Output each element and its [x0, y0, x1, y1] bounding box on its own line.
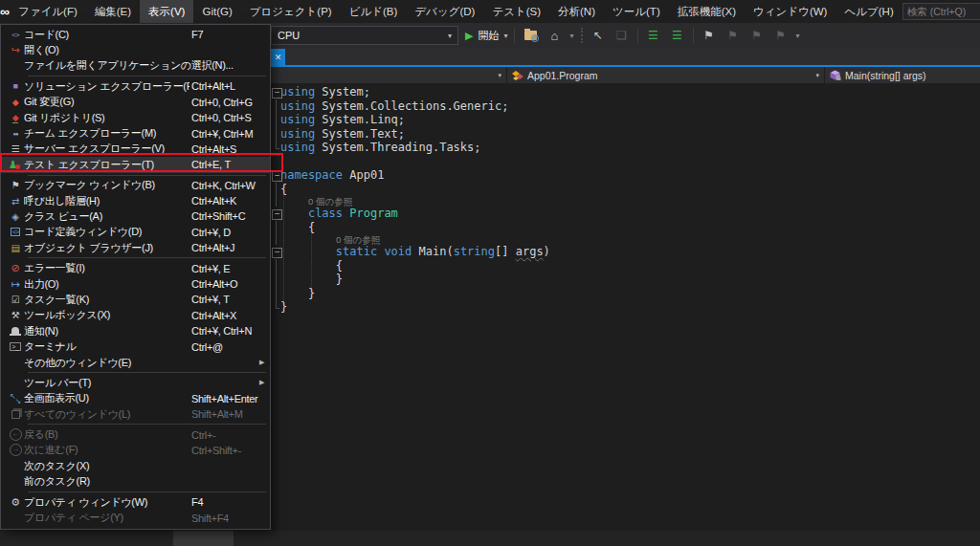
code-line[interactable]: { — [271, 221, 980, 235]
menubar-item[interactable]: 分析(N) — [549, 0, 604, 23]
menu-item[interactable]: 全画面表示(U)Shift+Alt+Enter — [1, 391, 270, 406]
code-line[interactable]: } — [271, 300, 980, 315]
scrollbar-thumb[interactable] — [173, 531, 234, 546]
start-debugging-button[interactable]: ▶ 開始 ▾ — [465, 29, 507, 43]
menubar-item[interactable]: ヘルプ(H) — [835, 0, 902, 23]
menu-item[interactable]: 通知(N)Ctrl+¥, Ctrl+N — [1, 323, 270, 339]
menubar-item[interactable]: ビルド(B) — [341, 0, 407, 23]
code-editor[interactable]: using System;using System.Collections.Ge… — [271, 83, 980, 531]
menu-item[interactable]: ブックマーク ウィンドウ(B)Ctrl+K, Ctrl+W — [1, 178, 270, 193]
bookmark-window-icon — [7, 178, 24, 193]
project-dropdown[interactable]: ▾ — [271, 67, 507, 83]
menu-item[interactable]: 次のタスク(X) — [1, 458, 270, 473]
output-icon — [7, 276, 24, 292]
menubar-item[interactable]: 表示(V) — [140, 0, 193, 23]
menu-item[interactable]: Git 変更(G)Ctrl+0, Ctrl+G — [1, 95, 270, 110]
all-windows-icon — [7, 406, 24, 422]
menu-item-shortcut: Ctrl+Alt+O — [189, 278, 266, 290]
toggle-bookmark-button[interactable]: ⚑ — [701, 27, 718, 44]
home-button[interactable]: ⌂ — [546, 27, 563, 44]
menu-item-shortcut: F4 — [189, 496, 266, 508]
menu-item[interactable]: 開く(O) — [1, 42, 270, 57]
code-line[interactable]: { — [271, 183, 980, 197]
menu-item[interactable]: その他のウィンドウ(E)▶ — [1, 355, 270, 370]
code-line[interactable]: static void Main(string[] args) — [271, 245, 980, 259]
menu-item[interactable]: コード定義ウィンドウ(D)Ctrl+¥, D — [1, 225, 270, 240]
fold-margin — [271, 234, 280, 245]
fold-margin[interactable] — [271, 245, 280, 259]
open-icon — [7, 43, 24, 58]
menu-item[interactable]: エラー一覧(I)Ctrl+¥, E — [1, 260, 270, 275]
menubar-item[interactable]: デバッグ(D) — [406, 0, 483, 23]
search-input[interactable] — [907, 6, 980, 17]
type-dropdown-value: App01.Program — [527, 70, 598, 81]
codelens-line[interactable]: 0 個の参照 — [271, 196, 980, 207]
fold-margin[interactable] — [271, 168, 280, 183]
member-dropdown[interactable]: Main(string[] args) — [825, 67, 980, 83]
navigate-to-button[interactable]: ↖ — [590, 27, 607, 44]
menu-item[interactable]: コード(C)F7 — [1, 27, 270, 42]
pointer-icon: ↖ — [592, 29, 602, 42]
menu-item[interactable]: Git リポジトリ(S)Ctrl+0, Ctrl+S — [1, 110, 270, 125]
menu-item[interactable]: ツール バー(T)▶ — [1, 375, 270, 390]
copy-items-button[interactable]: ❏ — [613, 27, 631, 44]
menu-item[interactable]: チーム エクスプローラー(M)Ctrl+¥, Ctrl+M — [1, 125, 270, 141]
menubar-item[interactable]: 拡張機能(X) — [669, 0, 745, 23]
find-in-files-button[interactable] — [522, 27, 539, 44]
menu-item[interactable]: タスク一覧(K)Ctrl+¥, T — [1, 292, 270, 307]
menubar-item[interactable]: ファイル(F) — [10, 0, 86, 23]
active-tab-close-button[interactable]: ✕ — [271, 49, 285, 65]
menu-item[interactable]: オブジェクト ブラウザー(J)Ctrl+Alt+J — [1, 240, 270, 255]
menu-item-label: 前のタスク(R) — [24, 474, 266, 489]
menu-item[interactable]: ソリューション エクスプローラー(P)Ctrl+Alt+L — [1, 78, 270, 94]
menubar-item[interactable]: Git(G) — [193, 0, 240, 23]
code-line[interactable]: } — [271, 273, 980, 287]
copy-stack-icon: ❏ — [616, 29, 627, 42]
code-line[interactable] — [271, 155, 980, 169]
fold-margin[interactable] — [271, 85, 280, 99]
code-line[interactable]: using System.Linq; — [271, 113, 980, 127]
indent-decrease-button[interactable]: ☰ — [645, 27, 662, 44]
code-line[interactable]: using System; — [271, 85, 980, 99]
toolbar-overflow-button[interactable]: ▾ — [569, 32, 573, 40]
menubar-item[interactable]: テスト(S) — [483, 0, 549, 23]
menu-item[interactable]: 呼び出し階層(H)Ctrl+Alt+K — [1, 193, 270, 208]
indent-increase-button[interactable]: ☰ — [669, 27, 686, 44]
code-line[interactable]: { — [271, 259, 980, 273]
menubar-item[interactable]: ツール(T) — [604, 0, 669, 23]
bookmark-icon: ⚑ — [703, 29, 714, 42]
menubar-item[interactable]: 編集(E) — [86, 0, 140, 23]
menu-item-label: すべてのウィンドウ(L) — [24, 407, 189, 422]
menubar-item[interactable]: ウィンドウ(W) — [745, 0, 835, 23]
code-line[interactable]: namespace App01 — [271, 168, 980, 183]
toolbar-overflow-button[interactable]: ▾ — [796, 32, 800, 40]
code-line[interactable]: using System.Collections.Generic; — [271, 99, 980, 114]
toolbar-grip[interactable] — [581, 28, 583, 43]
next-bookmark-button: ⚑ — [748, 27, 766, 44]
quick-search-box[interactable] — [902, 3, 980, 20]
menu-item[interactable]: 前のタスク(R) — [1, 474, 270, 490]
menu-item[interactable]: ファイルを開くアプリケーションの選択(N)... — [1, 58, 270, 74]
code-text: 0 個の参照 — [280, 196, 352, 207]
menu-item-label: サーバー エクスプローラー(V) — [24, 142, 189, 156]
navigate-backward-icon — [7, 427, 24, 443]
menu-item[interactable]: クラス ビュー(A)Ctrl+Shift+C — [1, 208, 270, 224]
solution-platform-combo[interactable]: CPU ▾ — [271, 26, 458, 45]
type-dropdown[interactable]: App01.Program ▾ — [507, 67, 825, 83]
menu-item[interactable]: テスト エクスプローラー(T)Ctrl+E, T — [1, 157, 270, 172]
code-line[interactable]: } — [271, 287, 980, 301]
menu-item[interactable]: サーバー エクスプローラー(V)Ctrl+Alt+S — [1, 142, 270, 157]
codelens-line[interactable]: 0 個の参照 — [271, 234, 980, 245]
menu-item[interactable]: ターミナルCtrl+@ — [1, 339, 270, 354]
menu-separator — [28, 491, 266, 492]
menu-item[interactable]: プロパティ ウィンドウ(W)F4 — [1, 494, 270, 510]
code-line[interactable]: using System.Text; — [271, 127, 980, 142]
menu-item[interactable]: 出力(O)Ctrl+Alt+O — [1, 276, 270, 292]
code-line[interactable]: using System.Threading.Tasks; — [271, 141, 980, 155]
fold-margin[interactable] — [271, 207, 280, 221]
code-text: } — [280, 273, 343, 287]
menu-item[interactable]: ツールボックス(X)Ctrl+Alt+X — [1, 308, 270, 323]
code-line[interactable]: class Program — [271, 207, 980, 221]
menu-item-shortcut: Ctrl+¥, D — [189, 227, 266, 238]
menubar-item[interactable]: プロジェクト(P) — [241, 0, 341, 23]
